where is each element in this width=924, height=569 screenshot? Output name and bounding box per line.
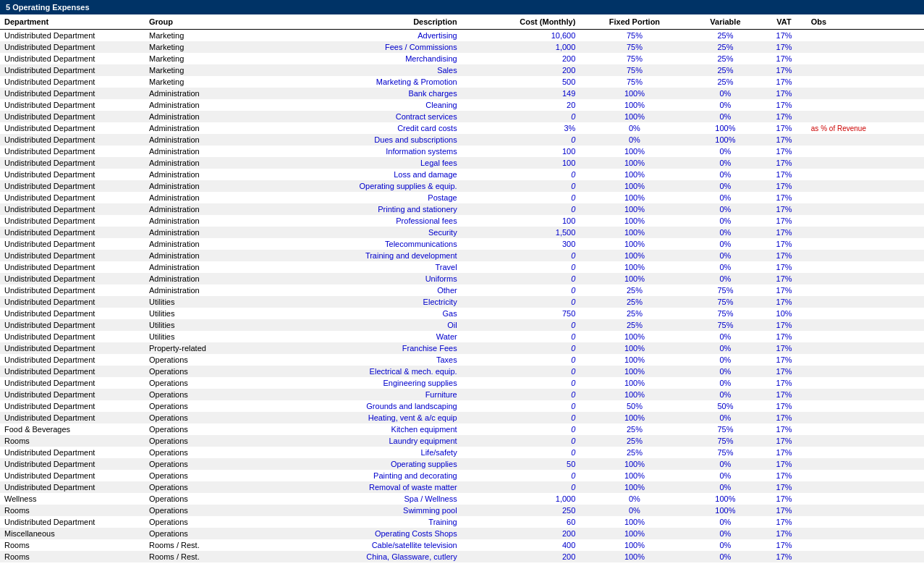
- col-header-obs: Obs: [807, 14, 924, 30]
- cell-vat: 17%: [761, 366, 807, 377]
- cell-fixed: 0%: [580, 134, 689, 146]
- cell-group: Operations: [145, 470, 266, 481]
- table-row: Undistributed Department Marketing Sales…: [0, 64, 924, 76]
- cell-description: Swimming pool: [266, 505, 462, 516]
- cell-vat: 17%: [761, 53, 807, 64]
- col-header-vat: VAT: [761, 14, 807, 30]
- cell-department: Undistributed Department: [0, 76, 145, 88]
- table-container: Department Group Description Cost (Month…: [0, 14, 924, 562]
- cell-variable: 0%: [690, 539, 762, 551]
- table-row: Wellness Operations Spa / Wellness 1,000…: [0, 493, 924, 505]
- cell-group: Administration: [145, 261, 266, 273]
- cell-description: Engineering supplies: [266, 377, 462, 389]
- cell-description: Painting and decorating: [266, 470, 462, 481]
- cell-description: Operating supplies & equip.: [266, 180, 462, 192]
- cell-department: Undistributed Department: [0, 308, 145, 319]
- cell-fixed: 0%: [580, 505, 689, 516]
- table-row: Undistributed Department Utilities Oil 0…: [0, 319, 924, 331]
- cell-group: Operations: [145, 377, 266, 389]
- cell-vat: 17%: [761, 400, 807, 412]
- cell-vat: 17%: [761, 215, 807, 227]
- cell-variable: 0%: [690, 354, 762, 366]
- cell-department: Undistributed Department: [0, 203, 145, 215]
- cell-vat: 17%: [761, 412, 807, 423]
- cell-cost: 100: [462, 215, 580, 227]
- page-title: 5 Operating Expenses: [6, 3, 90, 12]
- cell-vat: 17%: [761, 284, 807, 296]
- cell-cost: 0: [462, 296, 580, 308]
- cell-group: Utilities: [145, 331, 266, 342]
- cell-group: Administration: [145, 169, 266, 180]
- cell-obs: [807, 342, 924, 354]
- table-row: Undistributed Department Operations Trai…: [0, 516, 924, 528]
- cell-group: Utilities: [145, 319, 266, 331]
- cell-fixed: 75%: [580, 53, 689, 64]
- cell-variable: 0%: [690, 331, 762, 342]
- cell-fixed: 100%: [580, 354, 689, 366]
- table-row: Undistributed Department Operations Furn…: [0, 389, 924, 400]
- operating-expenses-table: Department Group Description Cost (Month…: [0, 14, 924, 562]
- table-row: Undistributed Department Operations Remo…: [0, 481, 924, 493]
- cell-fixed: 100%: [580, 157, 689, 169]
- cell-fixed: 100%: [580, 389, 689, 400]
- col-header-department: Department: [0, 14, 145, 30]
- cell-vat: 17%: [761, 134, 807, 146]
- table-row: Undistributed Department Administration …: [0, 192, 924, 203]
- cell-group: Administration: [145, 111, 266, 122]
- cell-fixed: 25%: [580, 319, 689, 331]
- cell-department: Undistributed Department: [0, 134, 145, 146]
- cell-fixed: 100%: [580, 331, 689, 342]
- cell-variable: 0%: [690, 481, 762, 493]
- cell-description: Operating supplies: [266, 458, 462, 470]
- cell-cost: 300: [462, 238, 580, 250]
- cell-fixed: 100%: [580, 539, 689, 551]
- cell-group: Administration: [145, 227, 266, 238]
- cell-variable: 25%: [690, 64, 762, 76]
- cell-cost: 0: [462, 435, 580, 447]
- cell-cost: 0: [462, 192, 580, 203]
- cell-group: Administration: [145, 238, 266, 250]
- cell-description: Fees / Commissions: [266, 41, 462, 53]
- cell-department: Undistributed Department: [0, 41, 145, 53]
- cell-obs: [807, 354, 924, 366]
- cell-department: Undistributed Department: [0, 192, 145, 203]
- cell-obs: [807, 435, 924, 447]
- cell-obs: [807, 64, 924, 76]
- cell-group: Marketing: [145, 41, 266, 53]
- cell-fixed: 75%: [580, 30, 689, 42]
- cell-vat: 17%: [761, 111, 807, 122]
- cell-cost: 0: [462, 331, 580, 342]
- table-row: Undistributed Department Administration …: [0, 227, 924, 238]
- table-row: Undistributed Department Operations Grou…: [0, 400, 924, 412]
- col-header-fixed: Fixed Portion: [580, 14, 689, 30]
- cell-variable: 0%: [690, 250, 762, 261]
- table-row: Undistributed Department Administration …: [0, 99, 924, 111]
- cell-obs: [807, 319, 924, 331]
- cell-department: Undistributed Department: [0, 111, 145, 122]
- cell-group: Operations: [145, 412, 266, 423]
- cell-group: Operations: [145, 400, 266, 412]
- cell-variable: 0%: [690, 377, 762, 389]
- cell-department: Undistributed Department: [0, 88, 145, 99]
- cell-variable: 0%: [690, 227, 762, 238]
- cell-vat: 17%: [761, 319, 807, 331]
- cell-cost: 100: [462, 146, 580, 157]
- cell-obs: [807, 470, 924, 481]
- cell-obs: [807, 481, 924, 493]
- cell-description: Franchise Fees: [266, 342, 462, 354]
- cell-obs: as % of Revenue: [807, 122, 924, 134]
- cell-vat: 17%: [761, 516, 807, 528]
- cell-vat: 17%: [761, 273, 807, 284]
- table-row: Undistributed Department Administration …: [0, 238, 924, 250]
- cell-cost: 200: [462, 53, 580, 64]
- cell-obs: [807, 192, 924, 203]
- table-row: Undistributed Department Utilities Gas 7…: [0, 308, 924, 319]
- cell-cost: 0: [462, 354, 580, 366]
- table-row: Undistributed Department Administration …: [0, 284, 924, 296]
- cell-group: Administration: [145, 284, 266, 296]
- cell-group: Administration: [145, 157, 266, 169]
- table-row: Undistributed Department Administration …: [0, 134, 924, 146]
- cell-description: Water: [266, 331, 462, 342]
- cell-obs: [807, 296, 924, 308]
- cell-vat: 17%: [761, 88, 807, 99]
